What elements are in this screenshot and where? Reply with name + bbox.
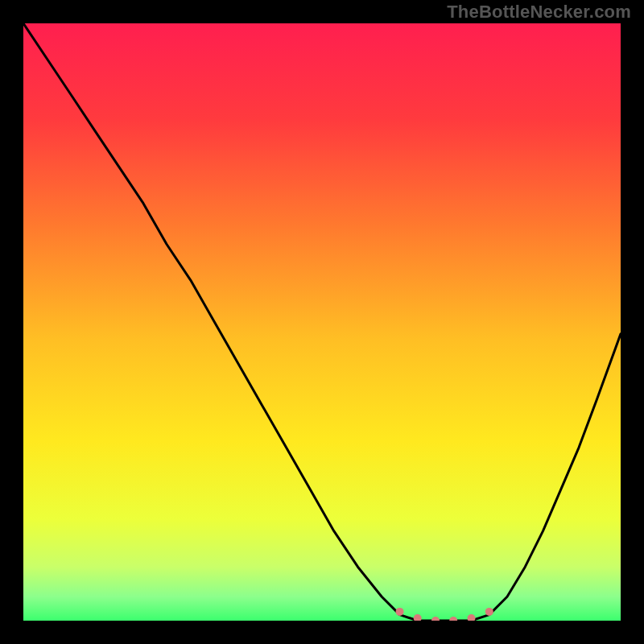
marker-dot xyxy=(396,608,404,616)
gradient-background xyxy=(23,23,621,621)
chart-frame: TheBottleNecker.com xyxy=(0,0,644,644)
marker-dot xyxy=(485,608,493,616)
chart-svg xyxy=(23,23,621,621)
attribution-label: TheBottleNecker.com xyxy=(447,2,631,23)
plot-area xyxy=(23,23,621,621)
